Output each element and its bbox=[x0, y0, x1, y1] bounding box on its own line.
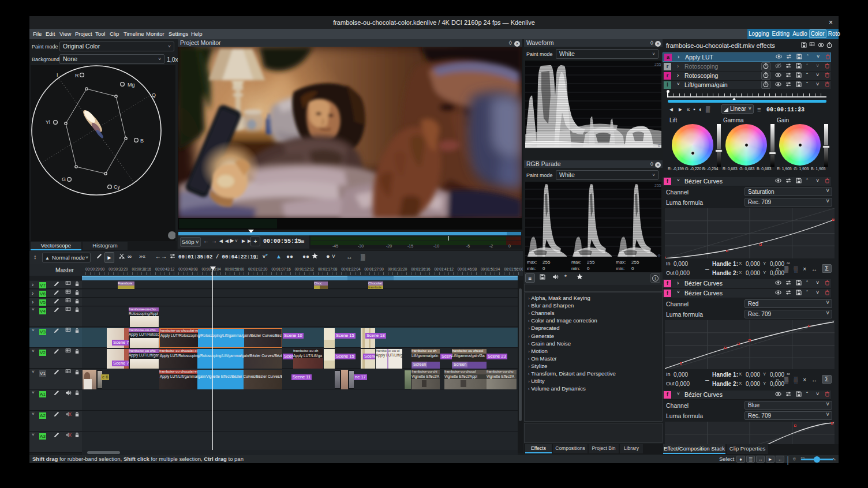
svg-text:R: R bbox=[75, 73, 79, 78]
svg-text:Yl: Yl bbox=[46, 119, 50, 125]
svg-text:I: I bbox=[57, 72, 58, 78]
svg-text:Mg: Mg bbox=[128, 82, 135, 88]
svg-text:B: B bbox=[140, 138, 144, 144]
svg-text:0: 0 bbox=[658, 144, 660, 148]
svg-text:255: 255 bbox=[654, 183, 661, 187]
svg-text:255: 255 bbox=[654, 62, 661, 66]
svg-text:Cy: Cy bbox=[114, 184, 120, 190]
svg-text:G: G bbox=[62, 177, 66, 182]
svg-text:Q: Q bbox=[152, 92, 156, 98]
svg-text:0: 0 bbox=[658, 254, 660, 258]
